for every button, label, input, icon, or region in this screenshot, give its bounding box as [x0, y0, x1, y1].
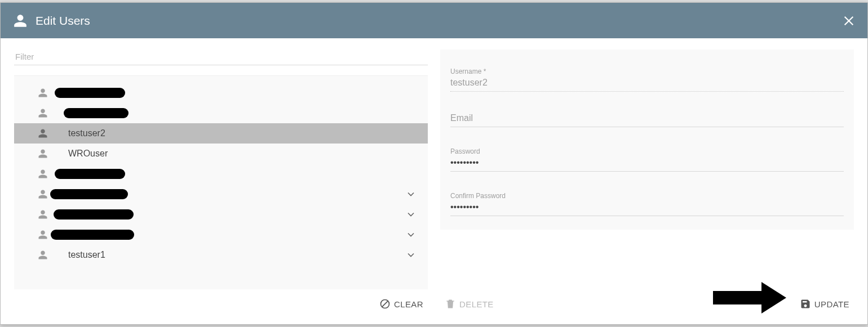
email-input[interactable]	[450, 112, 844, 127]
confirm-password-field: Confirm Password	[450, 192, 844, 216]
user-row[interactable]	[14, 164, 428, 184]
filter-input[interactable]	[14, 50, 428, 65]
user-row[interactable]	[14, 184, 428, 204]
user-label: testuser2	[68, 128, 105, 138]
form-column: Username * Email Password Confirm Passwo…	[440, 50, 854, 313]
redacted-label	[64, 108, 129, 118]
password-input[interactable]	[450, 156, 844, 172]
person-icon	[37, 88, 49, 98]
person-icon	[37, 128, 49, 138]
clear-label: CLEAR	[394, 299, 423, 309]
edit-users-dialog: Edit Users testuser2WROusertestuser1 CLE…	[0, 2, 868, 325]
chevron-down-icon[interactable]	[405, 249, 417, 261]
password-label: Password	[450, 147, 844, 155]
update-label: UPDATE	[814, 299, 849, 309]
delete-button[interactable]: DELETE	[440, 295, 498, 313]
redacted-label	[55, 169, 125, 179]
person-icon	[37, 169, 49, 179]
delete-label: DELETE	[459, 299, 494, 309]
chevron-down-icon[interactable]	[405, 229, 417, 240]
person-icon	[37, 189, 49, 199]
dialog-body: testuser2WROusertestuser1 CLEAR Username…	[1, 38, 867, 324]
redacted-label	[55, 88, 125, 98]
user-row[interactable]	[14, 83, 428, 103]
person-icon	[37, 230, 49, 240]
svg-line-3	[382, 301, 388, 307]
redacted-label	[51, 230, 134, 240]
user-list[interactable]: testuser2WROusertestuser1	[14, 75, 428, 289]
right-actions: DELETE UPDATE	[440, 287, 854, 313]
person-icon	[37, 108, 49, 118]
username-input	[450, 77, 844, 92]
dialog-header-left: Edit Users	[13, 14, 90, 28]
person-icon	[37, 250, 49, 260]
user-row[interactable]: WROuser	[14, 144, 428, 164]
person-icon	[37, 149, 49, 159]
username-label: Username *	[450, 68, 844, 75]
user-row[interactable]	[14, 204, 428, 225]
confirm-password-input[interactable]	[450, 201, 844, 216]
user-label: testuser1	[68, 250, 105, 260]
filter-field	[14, 50, 428, 65]
close-button[interactable]	[843, 15, 855, 27]
save-icon	[800, 298, 811, 310]
username-field: Username *	[450, 68, 844, 92]
dialog-title: Edit Users	[36, 14, 90, 28]
clear-icon	[379, 298, 391, 310]
password-field: Password	[450, 147, 844, 172]
clear-button[interactable]: CLEAR	[375, 295, 428, 313]
user-label: WROuser	[68, 149, 108, 159]
left-actions: CLEAR	[14, 289, 428, 313]
redacted-label	[54, 209, 134, 220]
update-button[interactable]: UPDATE	[795, 295, 854, 313]
chevron-down-icon[interactable]	[405, 189, 417, 200]
user-row[interactable]	[14, 225, 428, 245]
email-field: Email	[450, 112, 844, 127]
form-panel: Username * Email Password Confirm Passwo…	[440, 50, 854, 230]
person-icon	[37, 209, 49, 220]
user-row[interactable]: testuser1	[14, 245, 428, 265]
user-list-column: testuser2WROusertestuser1 CLEAR	[14, 50, 428, 313]
confirm-password-label: Confirm Password	[450, 192, 844, 200]
person-icon	[13, 14, 28, 28]
dialog-header: Edit Users	[1, 3, 867, 38]
user-row[interactable]: testuser2	[14, 123, 428, 144]
user-row[interactable]	[14, 103, 428, 123]
trash-icon	[445, 298, 456, 310]
redacted-label	[50, 189, 128, 199]
chevron-down-icon[interactable]	[405, 209, 417, 220]
